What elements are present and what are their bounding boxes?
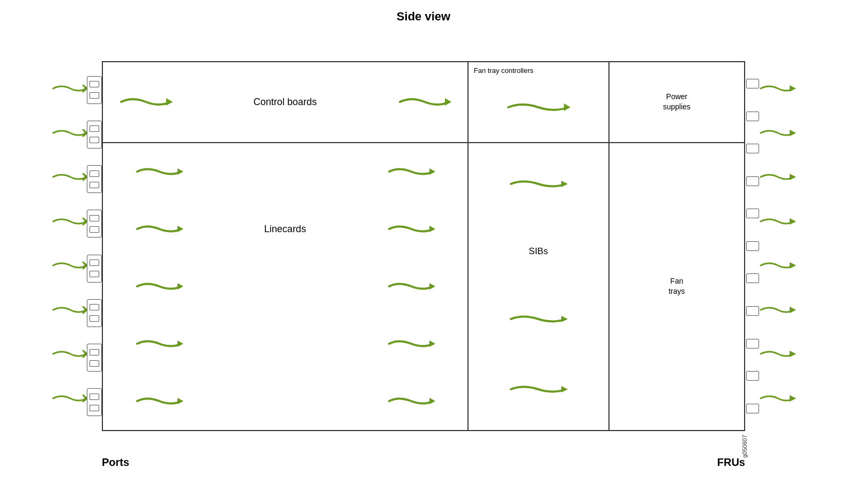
svg-marker-31: [790, 395, 796, 402]
svg-marker-23: [561, 386, 568, 392]
svg-marker-25: [790, 130, 796, 136]
connector-3: [87, 165, 102, 193]
left-external-arrows: [48, 66, 91, 420]
control-boards-section: Control boards: [103, 62, 467, 143]
power-supplies-label: Powersupplies: [663, 92, 690, 113]
fan-tray-arrow: [506, 98, 570, 116]
svg-marker-19: [429, 398, 435, 404]
sibs-arrow-1: [509, 176, 568, 192]
power-supplies-section: Powersupplies: [610, 62, 744, 143]
bottom-labels: Ports FRUs: [102, 456, 745, 469]
connector-4: [87, 210, 102, 238]
svg-marker-13: [429, 226, 435, 232]
control-boards-label: Control boards: [254, 97, 317, 108]
fan-trays-section: Fantrays: [610, 143, 744, 430]
right-arrow-5: [759, 258, 796, 273]
connector-1: [87, 76, 102, 104]
svg-marker-22: [561, 316, 568, 322]
linecards-arrow-right-4: [387, 336, 435, 352]
image-id: g050607: [741, 435, 748, 458]
right-arrow-6: [759, 302, 796, 317]
svg-marker-30: [790, 351, 796, 357]
svg-marker-26: [790, 174, 796, 180]
fan-trays-label: Fantrays: [668, 276, 685, 297]
connector-6: [87, 299, 102, 327]
svg-marker-24: [790, 85, 796, 92]
linecards-arrow-right-1: [387, 164, 435, 180]
svg-marker-21: [561, 181, 568, 187]
diagram-wrapper: Control boards: [48, 29, 799, 474]
left-arrow-5: [51, 258, 88, 273]
svg-marker-11: [429, 168, 435, 175]
control-boards-arrow-left: [119, 93, 173, 111]
left-arrow-6: [51, 302, 88, 317]
control-boards-arrow-right: [398, 93, 451, 111]
right-arrow-4: [759, 214, 796, 229]
page-title: Side view: [397, 10, 450, 24]
svg-marker-12: [177, 226, 183, 232]
fan-tray-controllers-section: Fan tray controllers: [469, 62, 608, 143]
svg-marker-8: [166, 98, 173, 106]
linecards-arrow-left-4: [135, 336, 183, 352]
right-arrow-1: [759, 81, 796, 96]
section-left: Control boards: [103, 62, 469, 430]
frus-label: FRUs: [717, 456, 745, 469]
linecards-arrow-left-2: [135, 221, 183, 237]
svg-marker-18: [177, 398, 183, 404]
linecards-arrow-right-3: [387, 278, 435, 294]
svg-marker-17: [429, 340, 435, 347]
svg-marker-16: [177, 340, 183, 347]
ports-label: Ports: [102, 456, 129, 469]
left-arrow-2: [51, 125, 88, 140]
left-arrow-1: [51, 81, 88, 96]
left-arrow-3: [51, 169, 88, 184]
svg-marker-28: [790, 262, 796, 269]
connector-5: [87, 255, 102, 283]
section-far-right: Powersupplies Fantrays: [610, 62, 744, 430]
connector-8: [87, 388, 102, 416]
linecards-label: Linecards: [264, 224, 306, 235]
linecards-arrow-right-5: [387, 393, 435, 409]
right-arrow-7: [759, 346, 796, 361]
svg-marker-14: [177, 283, 183, 290]
left-arrow-8: [51, 391, 88, 406]
right-arrow-8: [759, 391, 796, 406]
svg-marker-10: [177, 168, 183, 175]
port-connectors: [86, 62, 103, 430]
left-arrow-4: [51, 214, 88, 229]
connector-7: [87, 344, 102, 372]
linecards-arrow-left-1: [135, 164, 183, 180]
fan-tray-controllers-label: Fan tray controllers: [474, 66, 603, 75]
svg-marker-20: [564, 103, 570, 111]
left-arrow-7: [51, 346, 88, 361]
svg-marker-9: [445, 98, 451, 106]
svg-marker-29: [790, 307, 796, 313]
sibs-label: SIBs: [529, 246, 548, 257]
section-middle-right: Fan tray controllers SIBs: [469, 62, 610, 430]
right-external-arrows: [756, 66, 799, 420]
linecards-arrow-left-5: [135, 393, 183, 409]
linecards-arrow-left-3: [135, 278, 183, 294]
right-arrow-3: [759, 169, 796, 184]
connector-2: [87, 121, 102, 149]
sibs-arrow-2: [509, 311, 568, 327]
linecards-arrow-right-2: [387, 221, 435, 237]
sibs-section: SIBs: [469, 143, 608, 430]
right-arrow-2: [759, 125, 796, 140]
linecards-section: Linecards: [103, 143, 467, 430]
chassis: Control boards: [102, 61, 745, 431]
svg-marker-27: [790, 218, 796, 225]
sibs-arrow-3: [509, 381, 568, 397]
svg-marker-15: [429, 283, 435, 290]
